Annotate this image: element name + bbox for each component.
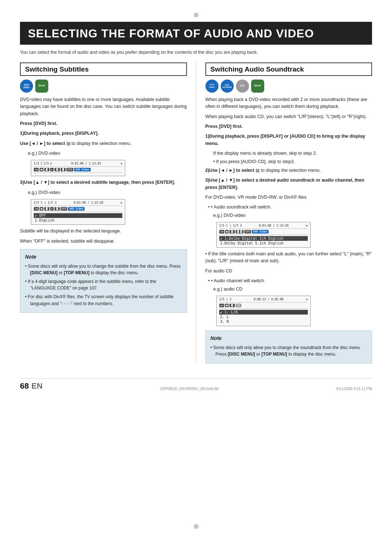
divx-badge-r: DivX	[251, 80, 264, 93]
step2-left-mid: to display the selection menu.	[72, 141, 131, 146]
right-column: Switching Audio Soundtrack DVDVideo DVDV…	[205, 62, 372, 364]
left-heading: Switching Subtitles	[25, 65, 182, 73]
dvd-audio-item-2: 2.Dolby Digital 5.1ch English	[219, 241, 308, 246]
note-item-left-3: For disc with DivX® files, the TV screen…	[25, 293, 182, 307]
screen-mockup-cd: 1/5 | 3 0:00:15 / 6:05:00 ⊕ ◄◄ ■ ▐▌ CD ✔…	[216, 296, 311, 326]
step2-left-bold: Use [◄ / ►] to select	[20, 141, 65, 146]
footer-file-left: E9PKBUD_DKVR60KU_EN.indd 68	[160, 387, 219, 391]
step3-sub3: e.g.) DVD-video	[205, 212, 372, 219]
left-column: Switching Subtitles DVDVideo DivX DVD-vi…	[20, 62, 187, 313]
footer-file-right: 8/11/2009 4:01:11 PM	[336, 387, 372, 391]
note-item-left-2: If a 4-digit language code appears in th…	[25, 278, 182, 292]
intro-text: You can select the format of audio and v…	[20, 49, 372, 56]
step3-sub2: • Audio soundtrack will switch.	[205, 204, 372, 211]
note-title-left: Note	[25, 253, 182, 261]
right-disc-icons: DVDVideo DVDVR MODE CD DivX	[205, 80, 372, 93]
screen-mockup-step3: 1/5 C | 1/5 3 0:01:00 / 1:23:45 ⊕ ◄◄ ■ ▐…	[31, 199, 125, 225]
after-step3-1: Subtitle will be displayed in the select…	[20, 228, 187, 235]
note-box-right: Note Some discs will only allow you to c…	[205, 331, 372, 364]
two-col-layout: Switching Subtitles DVDVideo DivX DVD-vi…	[20, 62, 372, 364]
screen-mockup-dvd-audio: 1/5 C | 1/5 3 0:01:00 / 1:23:45 ⊕ ◄◄ ■ ▐…	[216, 222, 311, 248]
right-body2: When playing back audio CD, you can swit…	[205, 113, 372, 120]
top-compass-mark: ⊕	[20, 11, 372, 19]
left-disc-icons: DVDVideo DivX	[20, 80, 187, 93]
step2-right-mid: to display the selection menu.	[261, 168, 321, 173]
screen-mockup-step2: 1/5 C 1/5 3 0:01:00 / 1:23:45 ⊕ ◄◄ ■ ▐▌ …	[31, 160, 125, 176]
press-dvd-first-left: Press [DVD] first.	[20, 120, 187, 127]
dvd-vr-badge: DVDVR MODE	[221, 80, 234, 93]
step3-sub1: For DVD-video, VR mode DVD-RW, or DivX® …	[205, 194, 372, 201]
step2-left-sub: e.g.) DVD-video	[20, 150, 187, 157]
step1-right-text: 1)During playback, press [DISPLAY] or [A…	[205, 134, 366, 146]
step3-left-text: 3)Use [▲ / ▼] to select a desired subtit…	[20, 180, 175, 185]
step2-right-bold: 2)Use [◄ / ►] to select	[205, 168, 254, 173]
dvd-video-badge-r: DVDVideo	[205, 80, 219, 93]
en-label: EN	[32, 381, 43, 390]
page-footer: 68 EN E9PKBUD_DKVR60KU_EN.indd 68 8/11/2…	[20, 378, 372, 391]
step1-right: 1)During playback, press [DISPLAY] or [A…	[205, 133, 372, 147]
right-section-header: Switching Audio Soundtrack	[205, 62, 372, 76]
page-number: 68	[20, 381, 29, 390]
dvd-audio-item-1: ✔ 1.Dolby Digital 2ch English	[219, 236, 308, 241]
note-box-left: Note Some discs will only allow you to c…	[20, 249, 187, 313]
step1-left-text: 1)During playback, press [DISPLAY].	[20, 131, 99, 136]
page-container: ⊕ SELECTING THE FORMAT OF AUDIO AND VIDE…	[0, 0, 392, 555]
right-body1: When playing back a DVD-video recorded w…	[205, 96, 372, 110]
mid-note1: • If the title contains both main and su…	[205, 251, 372, 265]
dvd-video-badge: DVDVideo	[20, 80, 33, 93]
note-title-right: Note	[211, 335, 367, 343]
divx-badge: DivX	[35, 80, 48, 93]
step3-left-sub: e.g.) DVD-video	[20, 189, 187, 196]
screen-item-english: 1.English	[34, 218, 122, 223]
right-heading: Switching Audio Soundtrack	[211, 65, 367, 73]
cd-item-l: 2. L	[219, 315, 308, 319]
step2-right: 2)Use [◄ / ►] to select ▤ to display the…	[205, 167, 372, 174]
bottom-compass-mark: ⊕	[193, 522, 199, 530]
cd-item-lr: ✔ 1. L/R	[219, 310, 308, 315]
title-text: SELECTING THE FORMAT OF AUDIO AND VIDEO	[28, 27, 314, 40]
note-item-left-1: Some discs will only allow you to change…	[25, 263, 182, 276]
cd-badge: CD	[236, 80, 249, 93]
step3-right-text: 3)Use [▲ / ▼] to select a desired audio …	[205, 178, 364, 190]
after-step3-2: When "OFF" is selected, subtitle will di…	[20, 238, 187, 245]
cd-item-r: 3. R	[219, 319, 308, 324]
step1-right-sub1: If the display menu is already shown, sk…	[205, 150, 372, 157]
footer-left: 68 EN	[20, 381, 42, 391]
note-item-right-1: Some discs will only allow you to change…	[211, 344, 367, 358]
screen-item-off: ✔ OFF	[34, 213, 122, 218]
column-divider	[196, 62, 196, 364]
step3-left: 3)Use [▲ / ▼] to select a desired subtit…	[20, 179, 187, 186]
left-section-header: Switching Subtitles	[20, 62, 187, 76]
press-dvd-first-right: Press [DVD] first.	[205, 123, 372, 130]
audio-cd-eg: e.g.) audio CD	[205, 286, 372, 293]
step1-left: 1)During playback, press [DISPLAY].	[20, 130, 187, 137]
step2-left: Use [◄ / ►] to select ▤ to display the s…	[20, 140, 187, 147]
for-audio-cd: For audio CD	[205, 268, 372, 275]
step3-right: 3)Use [▲ / ▼] to select a desired audio …	[205, 177, 372, 191]
audio-cd-switch: • Audio channel will switch.	[205, 278, 372, 284]
main-title: SELECTING THE FORMAT OF AUDIO AND VIDEO	[20, 22, 372, 45]
left-body1: DVD-video may have subtitles in one or m…	[20, 96, 187, 117]
step1-right-sub2: • If you press [AUDIO CD], skip to step3…	[205, 158, 372, 165]
